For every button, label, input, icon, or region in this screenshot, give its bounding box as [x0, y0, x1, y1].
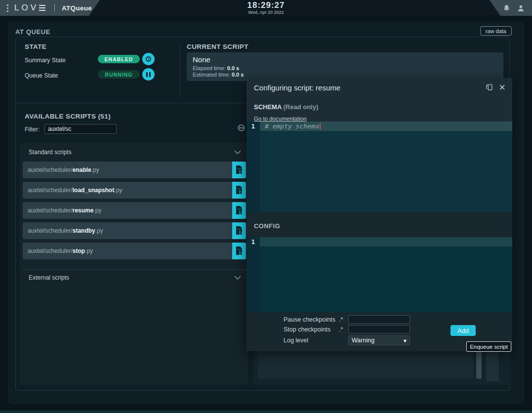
config-editor-body — [260, 237, 512, 312]
modal-header: Configuring script: resume × — [246, 78, 512, 92]
script-path: auxtel/scheduler/load_snapshot.py — [23, 187, 232, 194]
script-name: standby — [73, 227, 95, 234]
elapsed-time-label: Elapsed time: — [193, 65, 226, 71]
svg-text:</>: </> — [237, 187, 243, 190]
scripts-list-panel: Standard scripts auxtel/scheduler/enable… — [20, 143, 248, 385]
schema-editor-gutter: 1 — [246, 122, 260, 212]
log-level-label: Log level — [284, 337, 308, 344]
log-level-value: Warning — [352, 337, 374, 344]
script-path-prefix: auxtel/scheduler/ — [28, 207, 73, 214]
pause-checkpoints-input[interactable] — [348, 315, 410, 324]
script-name: enable — [73, 166, 91, 173]
script-path: auxtel/scheduler/standby.py — [23, 227, 232, 234]
script-ext: .py — [114, 187, 122, 194]
modal-title: Configuring script: resume — [254, 83, 340, 92]
script-row-resume[interactable]: auxtel/scheduler/resume.py </> — [23, 202, 246, 219]
estimated-time-label: Estimated time: — [193, 72, 230, 78]
summary-state-badge: ENABLED — [98, 55, 140, 63]
launch-script-button[interactable]: </> — [232, 162, 246, 178]
pause-checkpoints-label: Pause checkpoints — [284, 316, 335, 323]
clock-date: Wed, Apr 20 2022 — [0, 10, 532, 15]
script-ext: .py — [95, 227, 103, 234]
config-title: CONFIG — [254, 222, 280, 230]
chevron-down-icon — [234, 150, 241, 154]
script-ext: .py — [93, 207, 101, 214]
log-level-select[interactable]: Warning ▾ — [348, 335, 410, 345]
script-ext: .py — [85, 248, 93, 254]
line-number: 1 — [246, 122, 260, 131]
launch-script-button[interactable]: </> — [232, 202, 246, 219]
available-scripts-title: AVAILABLE SCRIPTS (51) — [25, 113, 111, 120]
doc-link-row: Go to documentation — [246, 111, 512, 123]
schema-readonly-note: (Read only) — [283, 103, 318, 111]
config-editor[interactable]: 1 — [246, 237, 512, 312]
raw-data-button[interactable]: raw data — [480, 26, 512, 36]
gear-icon: ⚙ — [145, 55, 152, 63]
queue-state-badge: RUNNING — [98, 70, 140, 79]
user-icon[interactable] — [517, 4, 525, 12]
standard-scripts-group-header[interactable]: Standard scripts — [20, 143, 248, 156]
script-path-prefix: auxtel/scheduler/ — [28, 187, 73, 194]
config-heading-bar: CONFIG — [246, 212, 512, 237]
svg-text:</>: </> — [237, 166, 243, 170]
script-launch-icon: </> — [235, 246, 244, 256]
state-divider — [180, 43, 180, 97]
popout-copy-icon[interactable] — [484, 83, 494, 92]
summary-state-value: ENABLED — [105, 56, 133, 62]
svg-text:</>: </> — [237, 207, 243, 210]
raw-data-label: raw data — [486, 28, 506, 34]
script-path-prefix: auxtel/scheduler/ — [28, 166, 73, 173]
script-row-stop[interactable]: auxtel/scheduler/stop.py </> — [23, 243, 246, 259]
modal-header-icons: × — [484, 83, 505, 92]
schema-title: SCHEMA — [254, 103, 282, 111]
launch-script-button[interactable]: </> — [232, 243, 246, 259]
script-row-load-snapshot[interactable]: auxtel/scheduler/load_snapshot.py </> — [23, 182, 246, 199]
launch-script-button[interactable]: </> — [232, 182, 246, 199]
enqueue-script-button[interactable]: Enqueue script — [466, 341, 511, 352]
svg-text:</>: </> — [237, 227, 243, 231]
script-name: load_snapshot — [73, 187, 115, 194]
script-launch-icon: </> — [235, 226, 244, 236]
script-path-prefix: auxtel/scheduler/ — [28, 248, 73, 254]
stop-checkpoints-hint: .* — [339, 326, 343, 333]
clock-time: 18:29:27 — [0, 1, 532, 9]
chevron-down-icon — [234, 276, 241, 280]
script-row-enable[interactable]: auxtel/scheduler/enable.py </> — [23, 162, 246, 178]
schema-content: # empty schema — [260, 122, 319, 131]
top-bar: LOV ATQueue 18:29:27 Wed, Apr 20 2022 — [0, 0, 532, 16]
script-launch-icon: </> — [235, 206, 244, 216]
config-editor-gutter: 1 — [246, 237, 260, 312]
bottom-edge-strip — [0, 411, 532, 413]
script-row-standby[interactable]: auxtel/scheduler/standby.py </> — [23, 222, 246, 239]
svg-text:</>: </> — [237, 248, 243, 251]
schema-editor-body: # empty schema — [260, 122, 512, 212]
schema-heading: SCHEMA (Read only) — [246, 92, 512, 111]
script-name: stop — [73, 248, 85, 254]
select-caret-icon: ▾ — [404, 337, 407, 344]
script-name: resume — [73, 207, 94, 214]
launch-script-button[interactable]: </> — [232, 222, 246, 239]
stop-checkpoints-input[interactable] — [348, 325, 410, 333]
documentation-link[interactable]: Go to documentation — [254, 116, 307, 122]
filter-label: Filter: — [25, 126, 40, 133]
schema-editor[interactable]: 1 # empty schema — [246, 122, 512, 212]
standard-scripts-label: Standard scripts — [29, 149, 72, 156]
current-script-title: CURRENT SCRIPT — [187, 43, 248, 50]
configure-script-modal: Configuring script: resume × SCHEMA (Rea… — [246, 78, 512, 351]
current-script-name: None — [187, 52, 503, 64]
queue-pause-button[interactable] — [142, 68, 155, 81]
external-scripts-label: External scripts — [29, 274, 69, 281]
current-script-card: None Elapsed time: 0.0 s Estimated time:… — [187, 52, 503, 81]
notifications-bell-icon[interactable] — [502, 4, 511, 12]
add-button[interactable]: Add — [450, 325, 476, 336]
line-number: 1 — [246, 237, 260, 247]
state-section-title: STATE — [25, 43, 46, 50]
summary-state-config-button[interactable]: ⚙ — [142, 53, 155, 65]
close-icon[interactable]: × — [499, 83, 505, 92]
filter-input[interactable] — [44, 124, 117, 134]
script-path-prefix: auxtel/scheduler/ — [28, 227, 73, 234]
external-scripts-group-header[interactable]: External scripts — [20, 274, 248, 281]
clock: 18:29:27 Wed, Apr 20 2022 — [0, 1, 532, 15]
collapse-minus-circle-icon[interactable]: ⊖ — [237, 123, 246, 132]
script-ext: .py — [91, 166, 99, 173]
